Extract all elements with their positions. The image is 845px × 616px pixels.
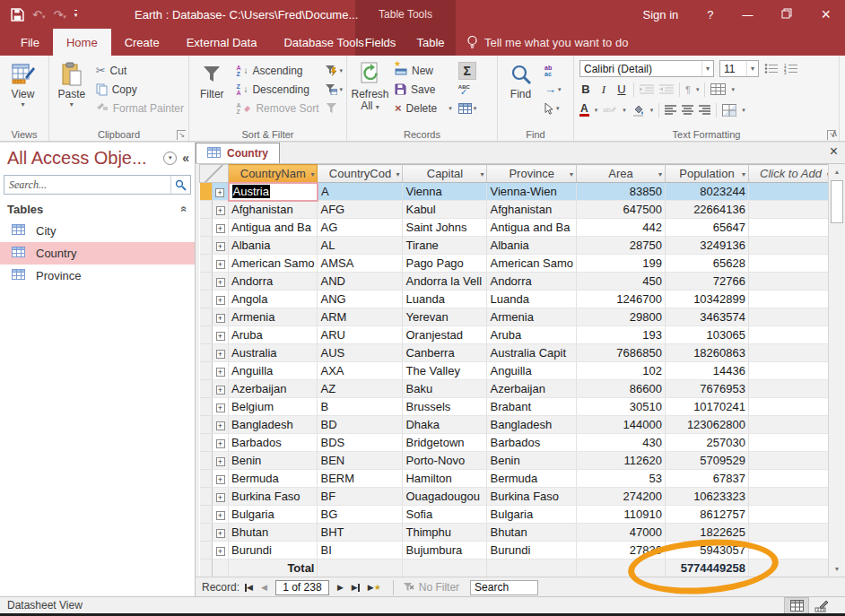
tab-home[interactable]: Home — [53, 29, 111, 56]
expand-plus-icon[interactable] — [215, 188, 224, 197]
cell-population[interactable]: 18260863 — [665, 344, 748, 362]
cell-area[interactable]: 102 — [576, 362, 665, 380]
cell-population[interactable]: 22664136 — [665, 201, 748, 219]
cell-countrycode[interactable]: BD — [318, 416, 403, 434]
record-selector[interactable] — [200, 308, 213, 326]
record-selector[interactable] — [200, 273, 213, 291]
find-button[interactable]: Find — [500, 57, 542, 128]
province-filter-icon[interactable] — [570, 170, 573, 178]
record-selector[interactable] — [200, 344, 213, 362]
tab-fields[interactable]: Fields — [355, 29, 405, 56]
cell-capital[interactable]: Bridgetown — [403, 434, 487, 452]
cell-click-to-add[interactable] — [748, 416, 832, 434]
cell-area[interactable]: 47000 — [576, 524, 665, 542]
toggle-filter-button[interactable] — [322, 99, 345, 117]
cell-province[interactable]: Albania — [487, 237, 576, 255]
population-filter-icon[interactable] — [742, 170, 745, 178]
column-header-area[interactable]: Area — [576, 165, 665, 183]
cell-area[interactable]: 86600 — [576, 380, 665, 398]
record-search-box[interactable]: Search — [470, 580, 538, 595]
cell-province[interactable]: Bulgaria — [487, 506, 576, 524]
expand-plus-icon[interactable] — [216, 242, 225, 251]
record-selector[interactable] — [200, 434, 213, 452]
close-document-icon[interactable] — [830, 144, 838, 159]
cell-area[interactable]: 29800 — [576, 308, 665, 326]
cell-click-to-add[interactable] — [748, 488, 832, 506]
cell-click-to-add[interactable] — [748, 398, 832, 416]
sidebar-item-province[interactable]: Province — [0, 265, 195, 287]
filter-button[interactable]: Filter — [191, 57, 232, 128]
expand-row-cell[interactable] — [213, 506, 229, 524]
record-selector[interactable] — [200, 506, 213, 524]
cell-population[interactable]: 67837 — [665, 470, 748, 488]
record-selector[interactable] — [200, 416, 213, 434]
cell-click-to-add[interactable] — [748, 201, 832, 219]
highlight-color-icon[interactable]: ab — [603, 104, 617, 116]
expand-plus-icon[interactable] — [216, 260, 225, 269]
cell-capital[interactable]: Kabul — [403, 201, 487, 219]
cell-area[interactable]: 27830 — [576, 542, 665, 560]
more-records-dropdown-icon[interactable] — [474, 105, 477, 112]
cell-capital[interactable]: Porto-Novo — [403, 452, 487, 470]
expand-row-cell[interactable] — [213, 219, 229, 237]
align-left-icon[interactable] — [665, 105, 676, 115]
cell-province[interactable]: Azerbaijan — [487, 380, 576, 398]
refresh-all-button[interactable]: Refresh All — [349, 57, 391, 128]
cell-click-to-add[interactable] — [748, 308, 832, 326]
cell-population[interactable]: 7676953 — [665, 380, 748, 398]
tell-me-box[interactable]: Tell me what you want to do — [466, 29, 628, 56]
font-size-combo[interactable]: 11 — [719, 60, 759, 77]
cell-capital[interactable]: Dhaka — [403, 416, 487, 434]
cell-capital[interactable]: Andorra la Vell — [403, 273, 487, 291]
last-record-button[interactable] — [349, 580, 362, 594]
cell-click-to-add[interactable] — [748, 470, 832, 488]
design-view-button[interactable] — [809, 597, 834, 614]
shutter-bar-close-icon[interactable] — [182, 151, 189, 165]
cell-area[interactable]: 28750 — [576, 237, 665, 255]
expand-row-cell[interactable] — [213, 255, 229, 273]
cell-click-to-add[interactable] — [748, 542, 832, 560]
customize-qat-icon[interactable] — [74, 10, 78, 19]
expand-plus-icon[interactable] — [216, 529, 225, 538]
totals-button[interactable] — [456, 61, 480, 80]
datasheet-view-button[interactable] — [784, 597, 809, 614]
cell-province[interactable]: American Samo — [487, 255, 576, 273]
nav-pane-menu-icon[interactable] — [163, 152, 177, 165]
column-header-population[interactable]: Population — [665, 165, 748, 183]
cell-click-to-add[interactable] — [748, 273, 832, 291]
redo-dropdown-icon[interactable] — [63, 13, 66, 20]
cell-click-to-add[interactable] — [748, 326, 832, 344]
record-position-box[interactable]: 1 of 238 — [275, 580, 329, 595]
background-color-dropdown-icon[interactable] — [650, 107, 654, 114]
total-cell[interactable] — [748, 560, 832, 577]
column-header-click-to-add[interactable]: Click to Add — [748, 165, 832, 183]
cell-countrycode[interactable]: AFG — [318, 201, 403, 219]
cell-capital[interactable]: Luanda — [403, 291, 487, 308]
underline-button[interactable] — [615, 82, 628, 96]
cell-province[interactable]: Vienna-Wien — [487, 183, 576, 201]
tab-table[interactable]: Table — [405, 29, 456, 56]
expand-row-cell[interactable] — [213, 488, 229, 506]
cell-capital[interactable]: Oranjestad — [403, 326, 487, 344]
nav-group-tables[interactable]: Tables — [0, 198, 195, 220]
cell-area[interactable]: 53 — [576, 470, 665, 488]
expand-row-cell[interactable] — [213, 452, 229, 470]
undo-button[interactable] — [32, 8, 45, 22]
expand-row-cell[interactable] — [213, 434, 229, 452]
advanced-filter-dropdown-icon[interactable] — [339, 86, 343, 93]
cell-area[interactable]: 199 — [576, 255, 665, 273]
cell-province[interactable]: Benin — [487, 452, 576, 470]
goto-button[interactable] — [542, 80, 564, 99]
delete-dropdown-icon[interactable] — [449, 105, 452, 112]
expand-row-cell[interactable] — [213, 201, 229, 219]
view-dropdown-icon[interactable] — [21, 100, 24, 108]
cell-capital[interactable]: Sofia — [403, 506, 487, 524]
cell-province[interactable]: Barbados — [487, 434, 576, 452]
expand-plus-icon[interactable] — [216, 350, 225, 359]
scrollbar-thumb[interactable] — [831, 180, 843, 223]
cell-province[interactable]: Australia Capit — [487, 344, 576, 362]
expand-row-cell[interactable] — [213, 183, 229, 201]
record-selector[interactable] — [200, 362, 213, 380]
cell-capital[interactable]: Saint Johns — [403, 219, 487, 237]
font-color-dropdown-icon[interactable] — [595, 107, 598, 114]
